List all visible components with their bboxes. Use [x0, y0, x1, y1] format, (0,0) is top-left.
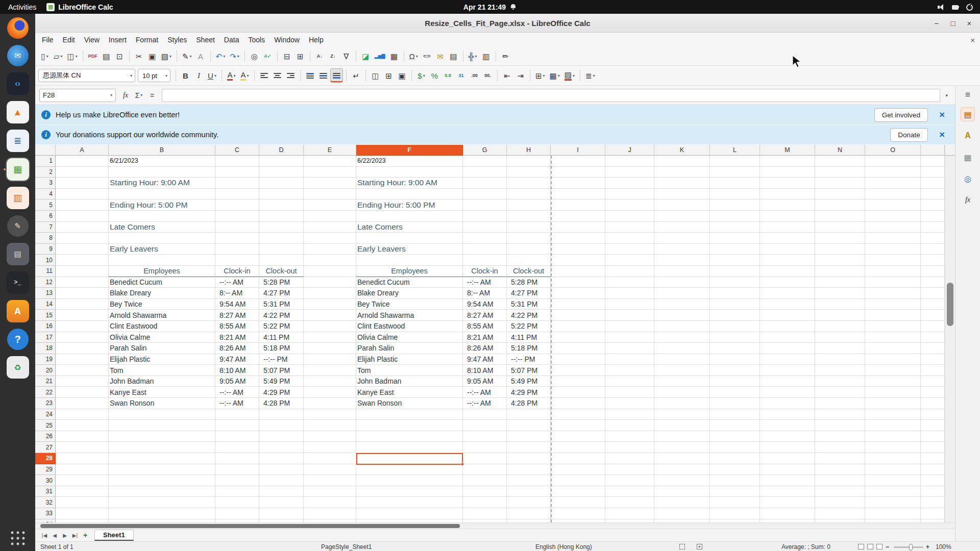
cell-L7[interactable]	[710, 222, 760, 233]
cell-B33[interactable]	[109, 508, 215, 519]
column-header-F[interactable]: F	[356, 145, 463, 156]
cell-D8[interactable]	[259, 233, 304, 244]
cell-C29[interactable]	[215, 464, 259, 475]
dock-gimp[interactable]: ✎	[6, 214, 30, 238]
cell-H24[interactable]	[507, 409, 551, 420]
cell-J2[interactable]	[605, 167, 654, 178]
cell-K12[interactable]	[654, 277, 710, 288]
sidebar-functions-icon[interactable]: fx	[961, 193, 975, 207]
cell-L24[interactable]	[710, 409, 760, 420]
cell-L10[interactable]	[710, 255, 760, 266]
dock-vlc[interactable]: ▲	[6, 100, 30, 124]
cell-K10[interactable]	[654, 255, 710, 266]
cell-J13[interactable]	[605, 288, 654, 299]
row-header-27[interactable]: 27	[35, 442, 56, 453]
cell-J28[interactable]	[605, 453, 654, 464]
cell-K14[interactable]	[654, 299, 710, 310]
cell-B12[interactable]: Benedict Cucum	[109, 277, 215, 288]
row-header-16[interactable]: 16	[35, 321, 56, 332]
cell-C33[interactable]	[215, 508, 259, 519]
cell-O32[interactable]	[865, 497, 921, 508]
cell-L28[interactable]	[710, 453, 760, 464]
cell-E2[interactable]	[304, 167, 356, 178]
view-page-break-icon[interactable]	[867, 544, 873, 549]
cell-C30[interactable]	[215, 475, 259, 486]
insert-image-button[interactable]: ◪	[359, 49, 372, 63]
sidebar-navigator-icon[interactable]: ◎	[961, 171, 975, 186]
clock[interactable]: Apr 21 21:49	[463, 3, 517, 11]
row-header-4[interactable]: 4	[35, 189, 56, 200]
cell-A3[interactable]	[56, 178, 109, 189]
row-header-18[interactable]: 18	[35, 343, 56, 354]
vertical-scrollbar-thumb[interactable]	[947, 283, 953, 326]
cell-H27[interactable]	[507, 442, 551, 453]
cell-K23[interactable]	[654, 398, 710, 409]
cell-F31[interactable]	[356, 486, 463, 497]
cell-E1[interactable]	[304, 156, 356, 167]
cell-C7[interactable]	[215, 222, 259, 233]
cell-L23[interactable]	[710, 398, 760, 409]
cell-D12[interactable]: 5:28 PM	[259, 277, 304, 288]
cell-H4[interactable]	[507, 189, 551, 200]
close-notification-icon[interactable]: ×	[937, 109, 947, 120]
row-header-17[interactable]: 17	[35, 332, 56, 343]
cell-H29[interactable]	[507, 464, 551, 475]
cell-H12[interactable]: 5:28 PM	[507, 277, 551, 288]
cell-O13[interactable]	[865, 288, 921, 299]
formula-input[interactable]	[162, 89, 940, 102]
clone-formatting-button[interactable]: ✎▾	[180, 49, 194, 63]
text-language[interactable]: English (Hong Kong)	[535, 543, 592, 550]
cell-M7[interactable]	[760, 222, 815, 233]
first-sheet-button[interactable]: |◀	[39, 533, 50, 538]
cell-E24[interactable]	[304, 409, 356, 420]
cell-E23[interactable]	[304, 398, 356, 409]
format-as-percent-button[interactable]: %	[428, 68, 441, 83]
cell-C32[interactable]	[215, 497, 259, 508]
column-header-M[interactable]: M	[760, 145, 815, 156]
cell-B13[interactable]: Blake Dreary	[109, 288, 215, 299]
cell-C28[interactable]	[215, 453, 259, 464]
cell-L18[interactable]	[710, 343, 760, 354]
cell-D3[interactable]	[259, 178, 304, 189]
dock-firefox[interactable]	[6, 16, 30, 40]
cell-A6[interactable]	[56, 211, 109, 222]
cell-C3[interactable]	[215, 178, 259, 189]
cell-L8[interactable]	[710, 233, 760, 244]
cell-J4[interactable]	[605, 189, 654, 200]
cell-A32[interactable]	[56, 497, 109, 508]
row-header-5[interactable]: 5	[35, 199, 56, 211]
get-involved-button[interactable]: Get involved	[874, 108, 928, 122]
cell-N14[interactable]	[815, 299, 865, 310]
cell-E9[interactable]	[304, 244, 356, 255]
cell-G5[interactable]	[463, 199, 507, 211]
view-normal-icon[interactable]	[858, 544, 864, 549]
vertical-scrollbar[interactable]	[945, 145, 955, 522]
cell-M5[interactable]	[760, 199, 815, 211]
cell-L16[interactable]	[710, 321, 760, 332]
dock-libreoffice-calc[interactable]: ▦	[6, 157, 30, 182]
cell-A16[interactable]	[56, 321, 109, 332]
cell-M10[interactable]	[760, 255, 815, 266]
cell-A22[interactable]	[56, 387, 109, 398]
menu-view[interactable]: View	[80, 34, 104, 46]
cell-M4[interactable]	[760, 189, 815, 200]
system-tray[interactable]	[937, 3, 980, 11]
cell-F3[interactable]: Starting Hour: 9:00 AM	[356, 178, 463, 189]
cell-C5[interactable]	[215, 199, 259, 211]
dock-terminal[interactable]: >_	[6, 270, 30, 295]
cell-E12[interactable]	[304, 277, 356, 288]
cell-C21[interactable]: 9:05 AM	[215, 376, 259, 387]
cell-N8[interactable]	[815, 233, 865, 244]
row-header-10[interactable]: 10	[35, 255, 56, 266]
menu-tools[interactable]: Tools	[243, 34, 270, 46]
cell-C31[interactable]	[215, 486, 259, 497]
cell-I3[interactable]	[551, 178, 605, 189]
sidebar-styles-icon[interactable]: A	[961, 129, 975, 143]
cell-N1[interactable]	[815, 156, 865, 167]
cell-I4[interactable]	[551, 189, 605, 200]
cell-N9[interactable]	[815, 244, 865, 255]
cell-G29[interactable]	[463, 464, 507, 475]
cell-B6[interactable]	[109, 211, 215, 222]
cell-K27[interactable]	[654, 442, 710, 453]
copy-button[interactable]: ▣	[146, 49, 159, 63]
